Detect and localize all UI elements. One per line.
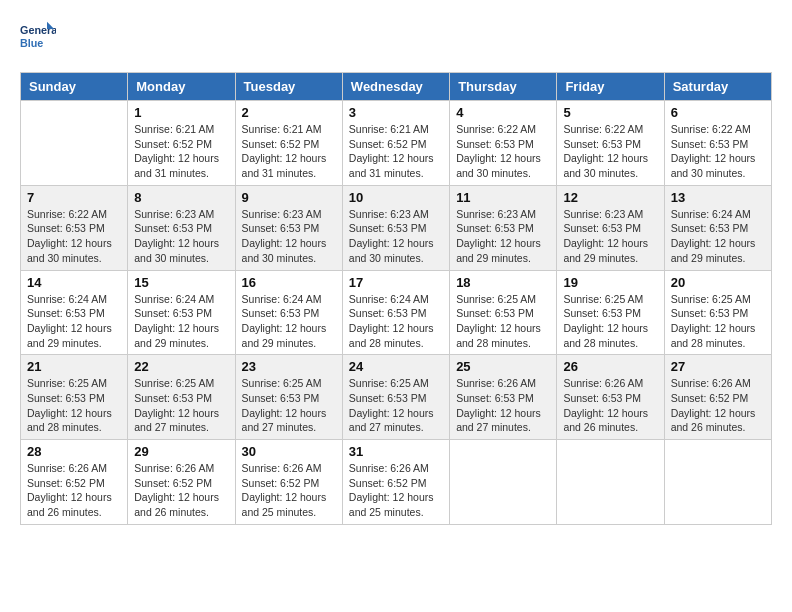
calendar-cell: 31Sunrise: 6:26 AM Sunset: 6:52 PM Dayli… (342, 440, 449, 525)
calendar-cell: 22Sunrise: 6:25 AM Sunset: 6:53 PM Dayli… (128, 355, 235, 440)
calendar-cell: 6Sunrise: 6:22 AM Sunset: 6:53 PM Daylig… (664, 101, 771, 186)
calendar-cell: 3Sunrise: 6:21 AM Sunset: 6:52 PM Daylig… (342, 101, 449, 186)
day-info: Sunrise: 6:21 AM Sunset: 6:52 PM Dayligh… (134, 122, 228, 181)
day-number: 30 (242, 444, 336, 459)
day-info: Sunrise: 6:23 AM Sunset: 6:53 PM Dayligh… (456, 207, 550, 266)
day-number: 13 (671, 190, 765, 205)
day-number: 20 (671, 275, 765, 290)
calendar-week-row: 21Sunrise: 6:25 AM Sunset: 6:53 PM Dayli… (21, 355, 772, 440)
calendar-cell: 13Sunrise: 6:24 AM Sunset: 6:53 PM Dayli… (664, 185, 771, 270)
day-info: Sunrise: 6:21 AM Sunset: 6:52 PM Dayligh… (349, 122, 443, 181)
day-info: Sunrise: 6:26 AM Sunset: 6:52 PM Dayligh… (134, 461, 228, 520)
day-number: 9 (242, 190, 336, 205)
calendar-cell: 19Sunrise: 6:25 AM Sunset: 6:53 PM Dayli… (557, 270, 664, 355)
day-number: 22 (134, 359, 228, 374)
calendar-cell: 8Sunrise: 6:23 AM Sunset: 6:53 PM Daylig… (128, 185, 235, 270)
svg-text:Blue: Blue (20, 37, 43, 49)
calendar-cell: 14Sunrise: 6:24 AM Sunset: 6:53 PM Dayli… (21, 270, 128, 355)
day-info: Sunrise: 6:26 AM Sunset: 6:53 PM Dayligh… (456, 376, 550, 435)
page-header: GeneralBlue (20, 20, 772, 56)
calendar-cell: 26Sunrise: 6:26 AM Sunset: 6:53 PM Dayli… (557, 355, 664, 440)
day-info: Sunrise: 6:22 AM Sunset: 6:53 PM Dayligh… (671, 122, 765, 181)
calendar-cell: 24Sunrise: 6:25 AM Sunset: 6:53 PM Dayli… (342, 355, 449, 440)
calendar-cell: 18Sunrise: 6:25 AM Sunset: 6:53 PM Dayli… (450, 270, 557, 355)
day-info: Sunrise: 6:25 AM Sunset: 6:53 PM Dayligh… (563, 292, 657, 351)
weekday-header: Thursday (450, 73, 557, 101)
day-info: Sunrise: 6:26 AM Sunset: 6:52 PM Dayligh… (242, 461, 336, 520)
day-number: 6 (671, 105, 765, 120)
logo: GeneralBlue (20, 20, 56, 56)
day-number: 4 (456, 105, 550, 120)
calendar-cell: 20Sunrise: 6:25 AM Sunset: 6:53 PM Dayli… (664, 270, 771, 355)
day-number: 19 (563, 275, 657, 290)
calendar-cell: 30Sunrise: 6:26 AM Sunset: 6:52 PM Dayli… (235, 440, 342, 525)
calendar-cell: 5Sunrise: 6:22 AM Sunset: 6:53 PM Daylig… (557, 101, 664, 186)
calendar-cell (450, 440, 557, 525)
day-info: Sunrise: 6:26 AM Sunset: 6:52 PM Dayligh… (27, 461, 121, 520)
calendar-cell: 21Sunrise: 6:25 AM Sunset: 6:53 PM Dayli… (21, 355, 128, 440)
day-number: 15 (134, 275, 228, 290)
logo-icon: GeneralBlue (20, 20, 56, 56)
day-info: Sunrise: 6:25 AM Sunset: 6:53 PM Dayligh… (671, 292, 765, 351)
calendar-cell: 15Sunrise: 6:24 AM Sunset: 6:53 PM Dayli… (128, 270, 235, 355)
calendar-cell: 1Sunrise: 6:21 AM Sunset: 6:52 PM Daylig… (128, 101, 235, 186)
day-info: Sunrise: 6:24 AM Sunset: 6:53 PM Dayligh… (242, 292, 336, 351)
calendar-cell: 16Sunrise: 6:24 AM Sunset: 6:53 PM Dayli… (235, 270, 342, 355)
day-number: 11 (456, 190, 550, 205)
calendar-cell: 10Sunrise: 6:23 AM Sunset: 6:53 PM Dayli… (342, 185, 449, 270)
calendar-week-row: 28Sunrise: 6:26 AM Sunset: 6:52 PM Dayli… (21, 440, 772, 525)
calendar-cell: 4Sunrise: 6:22 AM Sunset: 6:53 PM Daylig… (450, 101, 557, 186)
calendar-cell: 23Sunrise: 6:25 AM Sunset: 6:53 PM Dayli… (235, 355, 342, 440)
calendar-cell: 12Sunrise: 6:23 AM Sunset: 6:53 PM Dayli… (557, 185, 664, 270)
day-info: Sunrise: 6:24 AM Sunset: 6:53 PM Dayligh… (671, 207, 765, 266)
day-info: Sunrise: 6:23 AM Sunset: 6:53 PM Dayligh… (134, 207, 228, 266)
day-number: 29 (134, 444, 228, 459)
day-info: Sunrise: 6:24 AM Sunset: 6:53 PM Dayligh… (349, 292, 443, 351)
day-info: Sunrise: 6:25 AM Sunset: 6:53 PM Dayligh… (456, 292, 550, 351)
day-number: 27 (671, 359, 765, 374)
day-info: Sunrise: 6:23 AM Sunset: 6:53 PM Dayligh… (563, 207, 657, 266)
calendar-cell: 17Sunrise: 6:24 AM Sunset: 6:53 PM Dayli… (342, 270, 449, 355)
day-number: 24 (349, 359, 443, 374)
calendar-cell: 28Sunrise: 6:26 AM Sunset: 6:52 PM Dayli… (21, 440, 128, 525)
calendar-cell (664, 440, 771, 525)
calendar-cell: 2Sunrise: 6:21 AM Sunset: 6:52 PM Daylig… (235, 101, 342, 186)
day-number: 23 (242, 359, 336, 374)
day-info: Sunrise: 6:23 AM Sunset: 6:53 PM Dayligh… (349, 207, 443, 266)
calendar-cell (557, 440, 664, 525)
day-number: 25 (456, 359, 550, 374)
day-info: Sunrise: 6:23 AM Sunset: 6:53 PM Dayligh… (242, 207, 336, 266)
day-number: 14 (27, 275, 121, 290)
day-info: Sunrise: 6:25 AM Sunset: 6:53 PM Dayligh… (242, 376, 336, 435)
weekday-header-row: SundayMondayTuesdayWednesdayThursdayFrid… (21, 73, 772, 101)
day-number: 1 (134, 105, 228, 120)
calendar-cell: 27Sunrise: 6:26 AM Sunset: 6:52 PM Dayli… (664, 355, 771, 440)
day-number: 5 (563, 105, 657, 120)
weekday-header: Tuesday (235, 73, 342, 101)
day-number: 21 (27, 359, 121, 374)
calendar-week-row: 14Sunrise: 6:24 AM Sunset: 6:53 PM Dayli… (21, 270, 772, 355)
day-info: Sunrise: 6:22 AM Sunset: 6:53 PM Dayligh… (563, 122, 657, 181)
day-number: 8 (134, 190, 228, 205)
day-info: Sunrise: 6:25 AM Sunset: 6:53 PM Dayligh… (349, 376, 443, 435)
day-info: Sunrise: 6:22 AM Sunset: 6:53 PM Dayligh… (27, 207, 121, 266)
calendar-cell: 29Sunrise: 6:26 AM Sunset: 6:52 PM Dayli… (128, 440, 235, 525)
calendar-cell: 9Sunrise: 6:23 AM Sunset: 6:53 PM Daylig… (235, 185, 342, 270)
day-number: 7 (27, 190, 121, 205)
calendar-cell (21, 101, 128, 186)
weekday-header: Monday (128, 73, 235, 101)
calendar-cell: 11Sunrise: 6:23 AM Sunset: 6:53 PM Dayli… (450, 185, 557, 270)
day-info: Sunrise: 6:25 AM Sunset: 6:53 PM Dayligh… (134, 376, 228, 435)
day-number: 17 (349, 275, 443, 290)
day-number: 10 (349, 190, 443, 205)
day-number: 28 (27, 444, 121, 459)
day-info: Sunrise: 6:26 AM Sunset: 6:52 PM Dayligh… (671, 376, 765, 435)
calendar-cell: 7Sunrise: 6:22 AM Sunset: 6:53 PM Daylig… (21, 185, 128, 270)
day-info: Sunrise: 6:26 AM Sunset: 6:52 PM Dayligh… (349, 461, 443, 520)
day-info: Sunrise: 6:21 AM Sunset: 6:52 PM Dayligh… (242, 122, 336, 181)
calendar-cell: 25Sunrise: 6:26 AM Sunset: 6:53 PM Dayli… (450, 355, 557, 440)
calendar-week-row: 7Sunrise: 6:22 AM Sunset: 6:53 PM Daylig… (21, 185, 772, 270)
day-number: 12 (563, 190, 657, 205)
weekday-header: Friday (557, 73, 664, 101)
day-info: Sunrise: 6:22 AM Sunset: 6:53 PM Dayligh… (456, 122, 550, 181)
